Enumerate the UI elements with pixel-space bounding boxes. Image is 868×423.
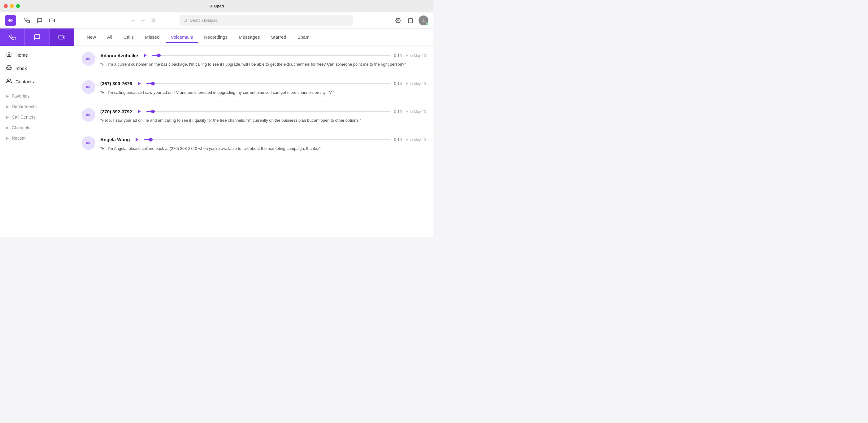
sidebar-item-recent[interactable]: ▶ Recent (0, 133, 74, 143)
voicemail-item[interactable]: Angela Wong (74, 130, 433, 158)
svg-point-25 (88, 142, 90, 144)
nav-section: Home Inbox (0, 46, 74, 91)
search-bar[interactable]: Search Dialpad (180, 15, 353, 26)
transcript: "Hi, I'm Angela. please call me back at … (100, 146, 321, 152)
sidebar-item-favorites[interactable]: ▶ Favorites (0, 91, 74, 101)
home-icon (6, 52, 12, 59)
progress-fill (147, 111, 151, 112)
contacts-label: Contacts (16, 79, 34, 84)
topbar-nav-icons (22, 16, 57, 25)
date: Mon May 10 (405, 109, 426, 114)
tab-starred[interactable]: Starred (266, 32, 291, 43)
phone-nav-icon[interactable] (22, 16, 32, 25)
tab-voicemails[interactable]: Voicemails (166, 32, 198, 43)
action-buttons (0, 29, 74, 46)
voicemail-item[interactable]: (270) 392-3792 (74, 102, 433, 130)
voicemail-bottom: "Hi, I'm calling because I saw your ad o… (100, 90, 426, 96)
video-button[interactable] (50, 29, 74, 46)
progress-dot (151, 110, 155, 113)
caller-name: (270) 392-3792 (100, 109, 132, 114)
home-label: Home (16, 52, 28, 58)
calendar-icon[interactable] (406, 16, 415, 25)
voicemail-item[interactable]: Adaora Azubuike (74, 46, 433, 74)
sidebar-item-channels[interactable]: ▶ Channels (0, 122, 74, 133)
date: Mon May 10 (405, 81, 426, 86)
topbar-right (394, 16, 428, 25)
sidebar-item-call-centers[interactable]: ▶ Call Centers (0, 112, 74, 122)
tab-recordings[interactable]: Recordings (199, 32, 232, 43)
svg-point-11 (423, 19, 425, 21)
sidebar-item-home[interactable]: Home (0, 48, 74, 62)
svg-point-4 (184, 19, 187, 21)
tab-spam[interactable]: Spam (292, 32, 314, 43)
video-nav-icon[interactable] (47, 16, 57, 25)
forward-button[interactable]: → (139, 16, 147, 25)
search-placeholder: Search Dialpad (190, 18, 218, 23)
svg-line-5 (186, 21, 187, 22)
play-button[interactable] (136, 80, 143, 87)
caller-avatar (82, 80, 95, 94)
svg-rect-7 (408, 19, 413, 23)
minimize-dot[interactable] (10, 4, 14, 8)
message-nav-icon[interactable] (35, 16, 44, 25)
caller-avatar (82, 108, 95, 122)
progress-dot (149, 138, 153, 142)
tab-messages[interactable]: Messages (234, 32, 265, 43)
voicemail-bottom: "Hello, I saw your ad online and am call… (100, 117, 426, 124)
recent-arrow: ▶ (6, 136, 9, 140)
avatar[interactable] (418, 16, 428, 25)
caller-avatar (82, 136, 95, 150)
play-button[interactable] (134, 136, 141, 143)
svg-marker-12 (63, 36, 65, 38)
tab-all[interactable]: All (102, 32, 117, 43)
departments-arrow: ▶ (6, 105, 9, 109)
progress-bar[interactable] (144, 139, 390, 140)
svg-marker-17 (144, 54, 147, 57)
date: Mon May 10 (405, 137, 426, 142)
voicemail-top: Angela Wong (100, 136, 426, 143)
tab-new[interactable]: New (82, 32, 101, 43)
sidebar-groups: ▶ Favorites ▶ Departments ▶ Call Centers… (0, 91, 74, 143)
voicemail-content: Adaora Azubuike (100, 52, 426, 67)
caller-avatar (82, 52, 95, 66)
voicemail-top: (270) 392-3792 (100, 108, 426, 115)
call-centers-arrow: ▶ (6, 115, 9, 119)
progress-bar[interactable] (147, 83, 390, 84)
settings-icon[interactable] (394, 16, 402, 25)
play-button[interactable] (142, 52, 149, 59)
duration: 0:10 (394, 109, 402, 114)
date: Mon May 10 (405, 53, 426, 58)
progress-container (144, 139, 390, 140)
sidebar-item-contacts[interactable]: Contacts (0, 75, 74, 88)
progress-fill (147, 83, 151, 84)
svg-point-18 (86, 86, 88, 88)
tabs-bar: New All Calls Missed Voicemails Recordin… (74, 29, 433, 46)
progress-container (147, 111, 390, 112)
svg-point-19 (88, 86, 90, 88)
caller-name: Angela Wong (100, 137, 130, 142)
maximize-dot[interactable] (16, 4, 20, 8)
app-logo (5, 15, 16, 26)
svg-point-6 (398, 20, 399, 21)
refresh-button[interactable]: ↻ (149, 16, 157, 25)
chat-button[interactable] (25, 29, 50, 46)
progress-container (147, 83, 390, 84)
sidebar-item-inbox[interactable]: Inbox (0, 62, 74, 75)
svg-point-16 (88, 58, 90, 60)
play-button[interactable] (136, 108, 143, 115)
tab-missed[interactable]: Missed (140, 32, 165, 43)
voicemail-bottom: "Hi, I'm a current customer on the basic… (100, 61, 426, 67)
progress-bar[interactable] (152, 55, 390, 56)
voicemail-item[interactable]: (367) 300-7676 (74, 74, 433, 102)
close-dot[interactable] (4, 4, 8, 8)
call-button[interactable] (0, 29, 25, 46)
favorites-label: Favorites (12, 93, 30, 98)
svg-point-21 (86, 114, 88, 116)
tab-calls[interactable]: Calls (119, 32, 139, 43)
back-button[interactable]: ← (129, 16, 137, 25)
main-content: New All Calls Missed Voicemails Recordin… (74, 29, 433, 237)
progress-bar[interactable] (147, 111, 390, 112)
duration: 0:10 (394, 137, 402, 142)
voicemail-top: Adaora Azubuike (100, 52, 426, 59)
sidebar-item-departments[interactable]: ▶ Departments (0, 101, 74, 112)
